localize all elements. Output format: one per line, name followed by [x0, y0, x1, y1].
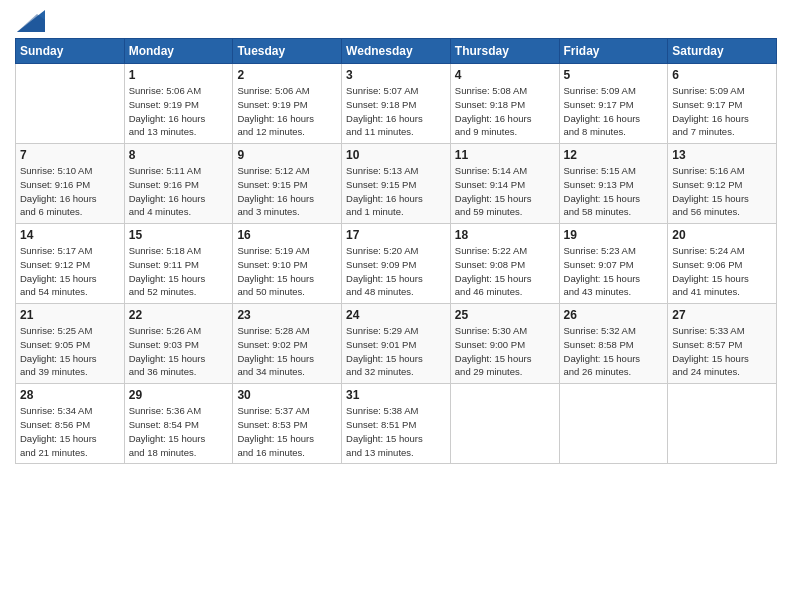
day-number: 5	[564, 68, 664, 82]
day-number: 30	[237, 388, 337, 402]
header-day: Wednesday	[342, 39, 451, 64]
day-info: Sunrise: 5:09 AM Sunset: 9:17 PM Dayligh…	[672, 84, 772, 139]
day-cell: 23Sunrise: 5:28 AM Sunset: 9:02 PM Dayli…	[233, 304, 342, 384]
day-number: 26	[564, 308, 664, 322]
day-cell: 31Sunrise: 5:38 AM Sunset: 8:51 PM Dayli…	[342, 384, 451, 464]
day-info: Sunrise: 5:23 AM Sunset: 9:07 PM Dayligh…	[564, 244, 664, 299]
day-number: 27	[672, 308, 772, 322]
week-row: 28Sunrise: 5:34 AM Sunset: 8:56 PM Dayli…	[16, 384, 777, 464]
day-cell	[668, 384, 777, 464]
day-cell: 29Sunrise: 5:36 AM Sunset: 8:54 PM Dayli…	[124, 384, 233, 464]
header-day: Saturday	[668, 39, 777, 64]
day-number: 19	[564, 228, 664, 242]
day-cell: 4Sunrise: 5:08 AM Sunset: 9:18 PM Daylig…	[450, 64, 559, 144]
day-number: 28	[20, 388, 120, 402]
day-number: 8	[129, 148, 229, 162]
day-number: 15	[129, 228, 229, 242]
day-number: 29	[129, 388, 229, 402]
calendar-table: SundayMondayTuesdayWednesdayThursdayFrid…	[15, 38, 777, 464]
day-cell: 8Sunrise: 5:11 AM Sunset: 9:16 PM Daylig…	[124, 144, 233, 224]
day-cell: 6Sunrise: 5:09 AM Sunset: 9:17 PM Daylig…	[668, 64, 777, 144]
day-number: 9	[237, 148, 337, 162]
header-day: Thursday	[450, 39, 559, 64]
day-cell: 14Sunrise: 5:17 AM Sunset: 9:12 PM Dayli…	[16, 224, 125, 304]
day-info: Sunrise: 5:37 AM Sunset: 8:53 PM Dayligh…	[237, 404, 337, 459]
day-number: 13	[672, 148, 772, 162]
day-info: Sunrise: 5:06 AM Sunset: 9:19 PM Dayligh…	[129, 84, 229, 139]
day-cell: 21Sunrise: 5:25 AM Sunset: 9:05 PM Dayli…	[16, 304, 125, 384]
day-info: Sunrise: 5:11 AM Sunset: 9:16 PM Dayligh…	[129, 164, 229, 219]
day-info: Sunrise: 5:19 AM Sunset: 9:10 PM Dayligh…	[237, 244, 337, 299]
logo	[15, 10, 45, 32]
day-cell: 27Sunrise: 5:33 AM Sunset: 8:57 PM Dayli…	[668, 304, 777, 384]
day-number: 25	[455, 308, 555, 322]
day-info: Sunrise: 5:08 AM Sunset: 9:18 PM Dayligh…	[455, 84, 555, 139]
day-cell: 19Sunrise: 5:23 AM Sunset: 9:07 PM Dayli…	[559, 224, 668, 304]
day-cell: 7Sunrise: 5:10 AM Sunset: 9:16 PM Daylig…	[16, 144, 125, 224]
day-number: 18	[455, 228, 555, 242]
day-cell: 2Sunrise: 5:06 AM Sunset: 9:19 PM Daylig…	[233, 64, 342, 144]
day-cell	[450, 384, 559, 464]
day-number: 24	[346, 308, 446, 322]
day-cell	[559, 384, 668, 464]
day-cell: 15Sunrise: 5:18 AM Sunset: 9:11 PM Dayli…	[124, 224, 233, 304]
logo-icon	[17, 10, 45, 32]
header-day: Friday	[559, 39, 668, 64]
day-cell: 30Sunrise: 5:37 AM Sunset: 8:53 PM Dayli…	[233, 384, 342, 464]
calendar-header: SundayMondayTuesdayWednesdayThursdayFrid…	[16, 39, 777, 64]
day-info: Sunrise: 5:09 AM Sunset: 9:17 PM Dayligh…	[564, 84, 664, 139]
day-number: 20	[672, 228, 772, 242]
day-cell: 13Sunrise: 5:16 AM Sunset: 9:12 PM Dayli…	[668, 144, 777, 224]
day-info: Sunrise: 5:10 AM Sunset: 9:16 PM Dayligh…	[20, 164, 120, 219]
day-info: Sunrise: 5:18 AM Sunset: 9:11 PM Dayligh…	[129, 244, 229, 299]
day-cell: 24Sunrise: 5:29 AM Sunset: 9:01 PM Dayli…	[342, 304, 451, 384]
day-info: Sunrise: 5:30 AM Sunset: 9:00 PM Dayligh…	[455, 324, 555, 379]
day-info: Sunrise: 5:28 AM Sunset: 9:02 PM Dayligh…	[237, 324, 337, 379]
day-info: Sunrise: 5:33 AM Sunset: 8:57 PM Dayligh…	[672, 324, 772, 379]
day-cell: 10Sunrise: 5:13 AM Sunset: 9:15 PM Dayli…	[342, 144, 451, 224]
header	[15, 10, 777, 32]
header-row: SundayMondayTuesdayWednesdayThursdayFrid…	[16, 39, 777, 64]
day-info: Sunrise: 5:29 AM Sunset: 9:01 PM Dayligh…	[346, 324, 446, 379]
day-info: Sunrise: 5:07 AM Sunset: 9:18 PM Dayligh…	[346, 84, 446, 139]
day-cell: 16Sunrise: 5:19 AM Sunset: 9:10 PM Dayli…	[233, 224, 342, 304]
day-number: 4	[455, 68, 555, 82]
day-info: Sunrise: 5:38 AM Sunset: 8:51 PM Dayligh…	[346, 404, 446, 459]
day-info: Sunrise: 5:15 AM Sunset: 9:13 PM Dayligh…	[564, 164, 664, 219]
week-row: 21Sunrise: 5:25 AM Sunset: 9:05 PM Dayli…	[16, 304, 777, 384]
header-day: Tuesday	[233, 39, 342, 64]
day-number: 3	[346, 68, 446, 82]
day-number: 17	[346, 228, 446, 242]
day-number: 12	[564, 148, 664, 162]
day-info: Sunrise: 5:36 AM Sunset: 8:54 PM Dayligh…	[129, 404, 229, 459]
day-cell: 22Sunrise: 5:26 AM Sunset: 9:03 PM Dayli…	[124, 304, 233, 384]
day-number: 14	[20, 228, 120, 242]
day-info: Sunrise: 5:32 AM Sunset: 8:58 PM Dayligh…	[564, 324, 664, 379]
day-number: 1	[129, 68, 229, 82]
day-info: Sunrise: 5:26 AM Sunset: 9:03 PM Dayligh…	[129, 324, 229, 379]
day-cell: 3Sunrise: 5:07 AM Sunset: 9:18 PM Daylig…	[342, 64, 451, 144]
day-info: Sunrise: 5:16 AM Sunset: 9:12 PM Dayligh…	[672, 164, 772, 219]
day-info: Sunrise: 5:24 AM Sunset: 9:06 PM Dayligh…	[672, 244, 772, 299]
day-cell: 17Sunrise: 5:20 AM Sunset: 9:09 PM Dayli…	[342, 224, 451, 304]
day-cell: 11Sunrise: 5:14 AM Sunset: 9:14 PM Dayli…	[450, 144, 559, 224]
day-cell: 12Sunrise: 5:15 AM Sunset: 9:13 PM Dayli…	[559, 144, 668, 224]
day-info: Sunrise: 5:13 AM Sunset: 9:15 PM Dayligh…	[346, 164, 446, 219]
day-number: 2	[237, 68, 337, 82]
day-number: 31	[346, 388, 446, 402]
day-cell: 26Sunrise: 5:32 AM Sunset: 8:58 PM Dayli…	[559, 304, 668, 384]
calendar-body: 1Sunrise: 5:06 AM Sunset: 9:19 PM Daylig…	[16, 64, 777, 464]
calendar-container: SundayMondayTuesdayWednesdayThursdayFrid…	[0, 0, 792, 474]
day-info: Sunrise: 5:14 AM Sunset: 9:14 PM Dayligh…	[455, 164, 555, 219]
day-info: Sunrise: 5:25 AM Sunset: 9:05 PM Dayligh…	[20, 324, 120, 379]
day-cell: 18Sunrise: 5:22 AM Sunset: 9:08 PM Dayli…	[450, 224, 559, 304]
day-info: Sunrise: 5:34 AM Sunset: 8:56 PM Dayligh…	[20, 404, 120, 459]
day-number: 7	[20, 148, 120, 162]
day-cell: 5Sunrise: 5:09 AM Sunset: 9:17 PM Daylig…	[559, 64, 668, 144]
header-day: Sunday	[16, 39, 125, 64]
day-info: Sunrise: 5:17 AM Sunset: 9:12 PM Dayligh…	[20, 244, 120, 299]
day-number: 11	[455, 148, 555, 162]
day-info: Sunrise: 5:20 AM Sunset: 9:09 PM Dayligh…	[346, 244, 446, 299]
day-info: Sunrise: 5:12 AM Sunset: 9:15 PM Dayligh…	[237, 164, 337, 219]
day-number: 21	[20, 308, 120, 322]
